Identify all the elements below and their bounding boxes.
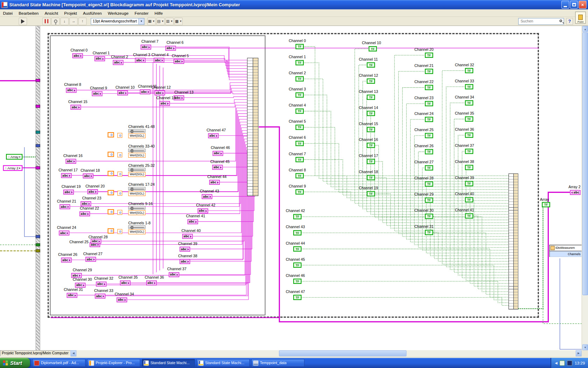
structure-tunnel[interactable] [36, 79, 40, 82]
boolean-indicator[interactable]: TF [465, 84, 474, 89]
step-over-button[interactable]: → [69, 18, 78, 25]
boolean-indicator[interactable]: TF [425, 53, 433, 58]
string-constant[interactable]: abc [88, 189, 98, 194]
taskbar-task[interactable]: Diplomarbeit.pdf - Ad... [32, 359, 85, 367]
structure-tunnel[interactable] [36, 249, 40, 252]
boolean-indicator[interactable]: TF [465, 165, 474, 170]
numeric-constant[interactable]: 0 [117, 229, 122, 234]
boolean-indicator[interactable]: TF [425, 182, 433, 187]
menu-ansicht[interactable]: Ansicht [42, 10, 61, 16]
numeric-constant[interactable]: 0 [108, 190, 114, 195]
taskbar-task[interactable]: Standard State Machi... [142, 359, 195, 367]
local-variable[interactable]: ⌂Array 2▸ [3, 165, 23, 171]
array2-string-indicator[interactable]: abc [570, 190, 581, 195]
wert-sgl-indicator[interactable]: Wert(SGL) [128, 153, 145, 158]
boolean-indicator[interactable]: TF [465, 116, 474, 122]
string-constant[interactable]: abc [63, 190, 74, 195]
string-constant[interactable]: abc [154, 90, 165, 95]
boolean-indicator[interactable]: TF [295, 157, 304, 162]
structure-tunnel[interactable] [36, 235, 40, 238]
string-constant[interactable]: abc [120, 280, 131, 285]
string-constant[interactable]: abc [96, 282, 106, 287]
scroll-up-button[interactable]: ▲ [582, 26, 588, 32]
scroll-down-button[interactable]: ▼ [582, 345, 588, 350]
taskbar-task[interactable]: Standard State Machi... [196, 359, 250, 367]
taskbar-task[interactable]: Projekt-Explorer - Pro... [87, 359, 140, 367]
scroll-right-button[interactable]: ▶ [576, 350, 582, 356]
boolean-indicator[interactable]: TF [425, 101, 433, 106]
string-constant[interactable]: abc [61, 258, 72, 263]
vertical-scrollbar[interactable]: ▲ ▼ [582, 26, 588, 350]
string-constant[interactable]: abc [169, 272, 179, 277]
boolean-indicator[interactable]: TF [295, 44, 304, 49]
boolean-indicator[interactable]: TF [367, 62, 375, 68]
string-constant[interactable]: abc [83, 173, 93, 178]
boolean-indicator[interactable]: TF [465, 197, 474, 203]
highlight-execution-button[interactable] [51, 18, 60, 25]
string-constant[interactable]: abc [113, 60, 124, 65]
wert-sgl-indicator[interactable]: Wert(SGL) [128, 191, 145, 196]
wert-sgl-indicator[interactable]: Wert(SGL) [128, 172, 145, 177]
boolean-indicator[interactable]: TF [367, 191, 375, 196]
numeric-constant[interactable]: 0 [117, 152, 122, 157]
menu-werkzeuge[interactable]: Werkzeuge [105, 10, 132, 16]
distribute-objects-dropdown[interactable]: ▤▼ [156, 18, 165, 25]
string-constant[interactable]: abc [59, 204, 70, 209]
string-constant[interactable]: abc [135, 58, 146, 63]
menu-ausfuehren[interactable]: Ausführen [80, 10, 105, 16]
boolean-indicator[interactable]: TF [295, 125, 304, 130]
boolean-indicator[interactable]: TF [293, 279, 302, 284]
numeric-constant[interactable]: 0 [108, 228, 114, 233]
numeric-constant[interactable]: 0 [108, 152, 114, 157]
string-constant[interactable]: abc [72, 53, 83, 58]
start-button[interactable]: Start [0, 358, 30, 368]
boolean-indicator[interactable]: TF [293, 263, 302, 268]
boolean-indicator[interactable]: TF [425, 198, 433, 203]
numeric-constant[interactable]: 0 [117, 210, 122, 215]
tray-icon-2[interactable] [567, 360, 573, 366]
boolean-indicator[interactable]: TF [425, 149, 433, 154]
boolean-indicator[interactable]: TF [367, 143, 375, 148]
boolean-indicator[interactable]: TF [465, 100, 474, 105]
boolean-indicator[interactable]: TF [295, 109, 304, 114]
boolean-indicator[interactable]: TF [293, 214, 302, 219]
build-array-node-booleans[interactable] [509, 173, 518, 309]
horizontal-scrollbar[interactable] [77, 350, 576, 356]
build-array-node-strings[interactable] [247, 58, 258, 196]
string-constant[interactable]: abc [67, 293, 77, 298]
menu-hilfe[interactable]: Hilfe [152, 10, 166, 16]
menu-projekt[interactable]: Projekt [61, 10, 80, 16]
boolean-indicator[interactable]: TF [425, 133, 433, 138]
string-constant[interactable]: abc [66, 88, 77, 93]
boolean-indicator[interactable]: TF [293, 246, 302, 252]
window-titlebar[interactable]: Standard State Machine [Temppoint_eigen2… [0, 0, 588, 9]
boolean-indicator[interactable]: TF [369, 46, 377, 52]
boolean-indicator[interactable]: TF [295, 141, 304, 146]
boolean-indicator[interactable]: TF [465, 181, 474, 186]
string-constant[interactable]: abc [85, 257, 96, 262]
boolean-indicator[interactable]: TF [367, 127, 375, 132]
string-constant[interactable]: abc [79, 211, 90, 216]
menu-datei[interactable]: Datei [0, 10, 16, 16]
string-constant[interactable]: abc [180, 259, 190, 264]
string-constant[interactable]: abc [66, 159, 76, 164]
boolean-indicator[interactable]: TF [293, 295, 302, 300]
tools-palette[interactable]: Point [575, 12, 586, 23]
step-into-button[interactable]: ↓ [61, 18, 69, 25]
string-constant[interactable]: abc [92, 91, 103, 96]
string-constant[interactable]: abc [180, 247, 190, 252]
array-bool-indicator[interactable]: TF [542, 202, 550, 207]
structure-tunnel[interactable] [36, 166, 40, 170]
string-constant[interactable]: abc [117, 90, 128, 95]
font-selector-dropdown[interactable]: ▼ [139, 18, 144, 25]
boolean-indicator[interactable]: TF [367, 159, 375, 164]
boolean-indicator[interactable]: TF [425, 230, 433, 235]
wert-sgl-indicator[interactable]: Wert(SGL) [128, 210, 145, 215]
boolean-indicator[interactable]: TF [295, 93, 304, 98]
boolean-indicator[interactable]: TF [367, 95, 375, 100]
string-constant[interactable]: abc [188, 219, 198, 224]
structure-tunnel[interactable] [36, 131, 40, 134]
resize-objects-dropdown[interactable]: ▥▼ [166, 18, 174, 25]
string-constant[interactable]: abc [209, 180, 220, 185]
boolean-indicator[interactable]: TF [465, 149, 474, 154]
